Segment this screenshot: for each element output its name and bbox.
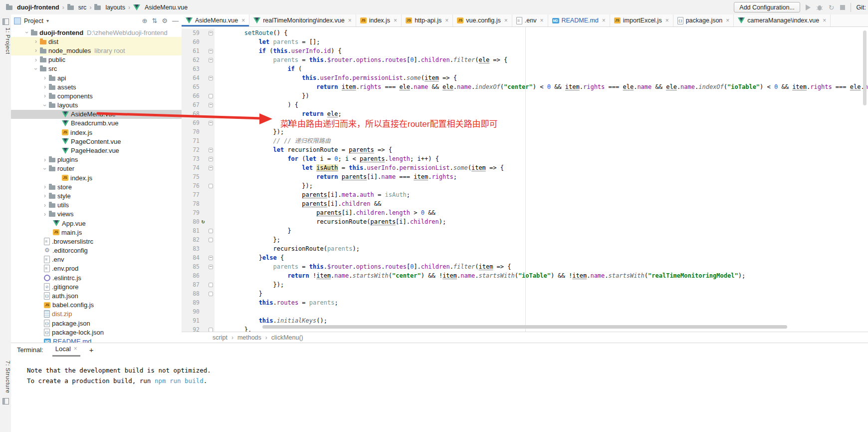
code-line[interactable]: 91this.initialKeys(); (182, 316, 868, 325)
chevron-collapsed-icon[interactable]: › (41, 83, 49, 90)
code-line[interactable]: 72let recursionRoute = parents => { (182, 145, 868, 154)
close-icon[interactable]: × (445, 17, 448, 24)
tree-item[interactable]: dist.zip (11, 310, 182, 319)
chevron-collapsed-icon[interactable]: › (41, 202, 49, 209)
breadcrumb-item[interactable]: AsideMenu.vue (133, 4, 188, 11)
tree-item[interactable]: ›node_moduleslibrary root (11, 46, 182, 55)
editor-tab[interactable]: package.json× (673, 14, 734, 26)
run-icon[interactable] (806, 4, 811, 10)
settings-gear-icon[interactable]: ⚙ (162, 17, 168, 24)
close-icon[interactable]: × (726, 17, 729, 24)
tree-item[interactable]: App.vue (11, 219, 182, 228)
tree-item[interactable]: package.json (11, 319, 182, 328)
editor-breadcrumb-item[interactable]: clickMenu() (271, 334, 303, 341)
tree-item[interactable]: auth.json (11, 291, 182, 300)
chevron-collapsed-icon[interactable]: › (32, 56, 40, 63)
code-line[interactable]: 71// // 递归权限路由 (182, 136, 868, 145)
editor-tab[interactable]: realTimeMonitoring\index.vue× (249, 14, 356, 26)
code-line[interactable]: 85parents = this.$router.options.routes[… (182, 262, 868, 271)
breadcrumb-item[interactable]: src (67, 4, 87, 11)
tree-item[interactable]: ›components (11, 91, 182, 100)
chevron-expanded-icon[interactable]: › (41, 165, 48, 173)
project-tool-icon[interactable] (2, 18, 9, 25)
tree-item[interactable]: ›dist (11, 37, 182, 46)
new-terminal-icon[interactable]: + (89, 346, 94, 354)
tree-item[interactable]: ›router (11, 164, 182, 173)
close-icon[interactable]: × (823, 17, 826, 24)
add-configuration-button[interactable]: Add Configuration... (734, 2, 800, 12)
code-line[interactable]: 90 (182, 307, 868, 316)
editor-tab[interactable]: cameraManage\index.vue× (734, 14, 831, 26)
tree-item[interactable]: .gitignore (11, 282, 182, 291)
close-icon[interactable]: × (74, 345, 77, 352)
code-line[interactable]: 75return parents[i].name === item.rights… (182, 172, 868, 181)
fold-marker[interactable] (207, 229, 215, 233)
close-icon[interactable]: × (540, 17, 543, 24)
chevron-collapsed-icon[interactable]: › (41, 192, 49, 199)
stop-icon[interactable] (840, 5, 845, 10)
terminal-output[interactable]: Note that the development build is not o… (11, 356, 868, 386)
chevron-collapsed-icon[interactable]: › (32, 38, 40, 45)
chevron-collapsed-icon[interactable]: › (41, 183, 49, 190)
tree-item[interactable]: ›src (11, 64, 182, 73)
fold-marker[interactable] (207, 49, 215, 53)
horizontal-scrollbar[interactable] (262, 325, 787, 329)
editor-tab[interactable]: README.md× (548, 14, 610, 26)
fold-marker[interactable] (207, 283, 215, 287)
debug-icon[interactable] (816, 4, 823, 11)
chevron-expanded-icon[interactable]: › (41, 101, 48, 109)
terminal-tab-local[interactable]: Local × (52, 343, 80, 357)
code-editor[interactable]: 59setRoute() {60let parents = [];61if (t… (182, 26, 868, 332)
tree-item[interactable]: .env.prod (11, 264, 182, 273)
code-line[interactable]: 65return item.rights === ele.name && ele… (182, 82, 868, 91)
editor-tab[interactable]: importExcel.js× (610, 14, 673, 26)
tree-item[interactable]: ›store (11, 182, 182, 191)
code-line[interactable]: 64this.userInfo.permissionList.some(item… (182, 73, 868, 82)
collapse-all-icon[interactable]: ⇅ (152, 17, 157, 24)
editor-breadcrumb-item[interactable]: methods (237, 334, 261, 341)
tree-item[interactable]: AsideMenu.vue (11, 110, 182, 119)
close-icon[interactable]: × (394, 17, 397, 24)
fold-marker[interactable] (207, 238, 215, 242)
code-line[interactable]: 80↻recursionRoute(parents[i].children); (182, 217, 868, 226)
code-line[interactable]: 60let parents = []; (182, 37, 868, 46)
tree-item[interactable]: .editorconfig (11, 246, 182, 255)
tree-item[interactable]: ›public (11, 55, 182, 64)
fold-marker[interactable] (207, 184, 215, 188)
tool-button-structure[interactable]: 7: Structure (0, 361, 11, 393)
git-branch-label[interactable]: Git: (857, 4, 866, 11)
fold-marker[interactable] (207, 166, 215, 170)
code-line[interactable]: 63if ( (182, 64, 868, 73)
vertical-scrollbar[interactable] (863, 30, 867, 105)
fold-marker[interactable] (207, 157, 215, 161)
tree-item[interactable]: ›views (11, 210, 182, 219)
editor-tab[interactable]: http-api.js× (402, 14, 453, 26)
code-line[interactable]: 74let isAuth = this.userInfo.permissionL… (182, 163, 868, 172)
close-icon[interactable]: × (665, 17, 669, 24)
code-line[interactable]: 83recursionRoute(parents); (182, 244, 868, 253)
tree-item[interactable]: package-lock.json (11, 328, 182, 337)
coverage-icon[interactable]: ↻ (829, 3, 835, 11)
chevron-expanded-icon[interactable]: › (32, 65, 39, 73)
code-line[interactable]: 66}) (182, 91, 868, 100)
fold-marker[interactable] (207, 103, 215, 107)
structure-tool-icon[interactable] (2, 398, 9, 405)
fold-marker[interactable] (207, 265, 215, 269)
tree-item[interactable]: Breadcrumb.vue (11, 119, 182, 128)
close-icon[interactable]: × (504, 17, 508, 24)
tree-item[interactable]: .eslintrc.js (11, 273, 182, 282)
close-icon[interactable]: × (241, 17, 245, 24)
fold-marker[interactable] (207, 121, 215, 125)
fold-marker[interactable] (207, 328, 215, 332)
editor-tab[interactable]: vue.config.js× (453, 14, 512, 26)
code-line[interactable]: 89this.routes = parents; (182, 298, 868, 307)
tree-item[interactable]: index.js (11, 128, 182, 137)
locate-file-icon[interactable]: ⊕ (142, 17, 148, 24)
code-line[interactable]: 77parents[i].meta.auth = isAuth; (182, 190, 868, 199)
editor-tab[interactable]: .env× (512, 14, 548, 26)
chevron-collapsed-icon[interactable]: › (41, 156, 49, 163)
fold-marker[interactable] (207, 94, 215, 98)
tool-button-project[interactable]: 1: Project (0, 27, 11, 54)
editor-breadcrumb-item[interactable]: script (213, 334, 227, 341)
tree-item[interactable]: ›plugins (11, 155, 182, 164)
